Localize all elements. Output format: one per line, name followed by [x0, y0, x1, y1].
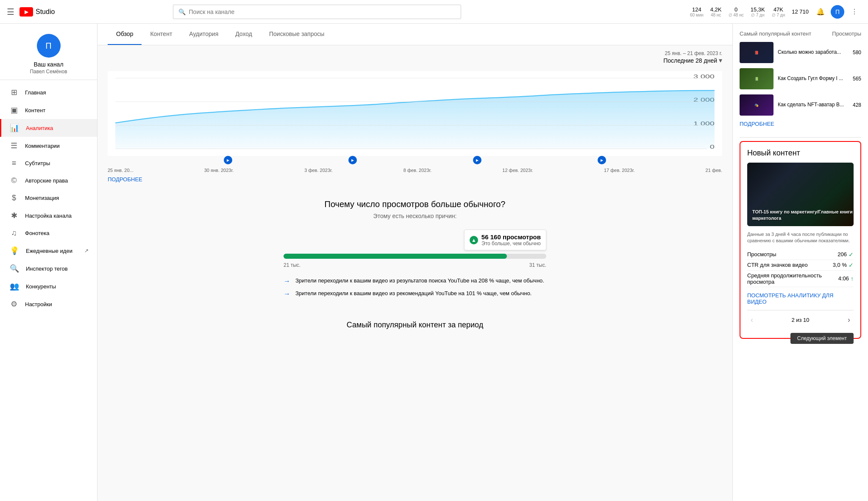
- sidebar-item-copyright[interactable]: © Авторские права: [0, 172, 97, 189]
- date-label: Последние 28 дней: [663, 57, 717, 64]
- sidebar-item-home[interactable]: ⊞ Главная: [0, 83, 97, 101]
- callout-note: Это больше, чем обычно: [481, 241, 541, 246]
- metric-check-icon-1: ✓: [849, 262, 854, 268]
- sidebar-item-content[interactable]: ▣ Контент: [0, 101, 97, 119]
- content-title-2: Как сделать NFT-аватар В...: [778, 102, 849, 108]
- metric-value-0: 206 ✓: [837, 251, 854, 258]
- sidebar-item-analytics[interactable]: 📊 Аналитика: [0, 119, 97, 137]
- notifications-icon[interactable]: 🔔: [814, 5, 827, 19]
- video-thumb-inner: ТОП-15 книгу по маркетингу/Главные книги…: [747, 163, 854, 226]
- sidebar-item-daily-ideas[interactable]: 💡 Ежедневные идеи ↗: [0, 242, 97, 260]
- content-info-0: Сколько можно заработa...: [778, 49, 849, 56]
- video-thumb[interactable]: ТОП-15 книгу по маркетингу/Главные книги…: [747, 163, 854, 226]
- views-col-header: Просмотры: [832, 30, 861, 37]
- sidebar-label-subtitles: Субтитры: [25, 160, 50, 166]
- date-dropdown[interactable]: Последние 28 дней ▾: [663, 56, 722, 64]
- stat-views: 124 60 мин: [690, 6, 704, 17]
- prev-page-button[interactable]: ‹: [747, 314, 757, 326]
- metric-row-0: Просмотры 206 ✓: [747, 249, 854, 260]
- next-page-button[interactable]: ›: [844, 314, 854, 326]
- popular-item-0: 📕 Сколько можно заработa... 580: [740, 42, 861, 63]
- sidebar-item-monetization[interactable]: $ Монетизация: [0, 189, 97, 207]
- chart-section: 3 000 2 000 1 000 0: [97, 64, 732, 193]
- bullet-text-0: Зрители переходили к вашим видео из резу…: [295, 277, 544, 284]
- external-icon: ↗: [84, 248, 89, 254]
- content-area: Обзор Контент Аудитория Доход Поисковые …: [97, 24, 732, 501]
- tab-income[interactable]: Доход: [227, 24, 261, 45]
- tab-overview[interactable]: Обзор: [108, 24, 142, 45]
- stat-label-0: 60 мин: [690, 13, 704, 17]
- avatar[interactable]: П: [831, 5, 844, 19]
- tabs-header: Обзор Контент Аудитория Доход Поисковые …: [97, 24, 732, 45]
- callout: ▲ 56 160 просмотров Это больше, чем обыч…: [284, 230, 546, 250]
- bullet-arrow-icon-0: →: [284, 277, 290, 285]
- popular-item-2: 🎭 Как сделать NFT-аватар В... 428: [740, 94, 861, 116]
- sidebar-item-settings[interactable]: ⚙ Настройки: [0, 295, 97, 313]
- sidebar-item-tag-inspector[interactable]: 🔍 Инспектор тегов: [0, 260, 97, 277]
- channel-sub: Павел Семёнов: [7, 69, 90, 75]
- top-bar-right: 124 60 мин 4,2K 48 нс 0 ∅ 48 нс 15,3K ∅ …: [690, 5, 861, 19]
- play-marker-2[interactable]: ▶: [348, 156, 357, 164]
- youtube-icon: [19, 7, 33, 17]
- new-content-title: Новый контент: [747, 149, 854, 158]
- progress-labels: 21 тыс. 31 тыс.: [284, 262, 546, 268]
- metric-row-1: CTR для значков видео 3,0 % ✓: [747, 260, 854, 271]
- panel-podrobnee-link[interactable]: ПОДРОБНЕЕ: [740, 121, 774, 127]
- sidebar-item-channel-settings[interactable]: ✱ Настройка канала: [0, 207, 97, 224]
- tab-search-queries[interactable]: Поисковые запросы: [261, 24, 333, 45]
- content-title-1: Как Создать Гугл Форму I ...: [778, 75, 849, 82]
- tab-content[interactable]: Контент: [142, 24, 181, 45]
- content-views-2: 428: [853, 102, 861, 108]
- callout-text: 56 160 просмотров Это больше, чем обычно: [481, 233, 541, 246]
- stat-value-0: 124: [692, 6, 701, 13]
- stat-label-3: ∅ 7 дн: [751, 13, 764, 17]
- search-input[interactable]: [189, 8, 456, 15]
- insight-bullet-0: → Зрители переходили к вашим видео из ре…: [284, 275, 546, 288]
- settings-icon: ⚙: [10, 299, 18, 309]
- insight-title: Почему число просмотров больше обычного?: [108, 199, 722, 209]
- x-label-0: 25 янв. 20...: [108, 168, 134, 173]
- sidebar-item-comments[interactable]: ☰ Комментарии: [0, 137, 97, 155]
- x-label-5: 17 фев. 2023г.: [604, 168, 635, 173]
- sidebar-label-home: Главная: [25, 89, 46, 96]
- top-bar-left: ☰ Studio: [7, 7, 55, 17]
- hamburger-menu[interactable]: ☰: [7, 7, 14, 17]
- play-marker-1[interactable]: ▶: [224, 156, 232, 164]
- tab-audience[interactable]: Аудитория: [181, 24, 227, 45]
- play-marker-4[interactable]: ▶: [598, 156, 606, 164]
- stat-subs: 47K ∅ 7 дн: [772, 6, 785, 17]
- chart-podrobnee-link[interactable]: ПОДРОБНЕЕ: [108, 173, 142, 186]
- analytics-link[interactable]: ПОСМОТРЕТЬ АНАЛИТИКУ ДЛЯ ВИДЕО: [747, 292, 854, 305]
- play-marker-3[interactable]: ▶: [473, 156, 481, 164]
- popular-period-title: Самый популярный контент за период: [97, 321, 732, 329]
- comments-icon: ☰: [10, 141, 18, 150]
- stat-value-2: 0: [734, 6, 737, 13]
- sidebar-label-monetization: Монетизация: [25, 195, 59, 201]
- metric-row-2: Средняя продолжительность просмотра 4:06…: [747, 271, 854, 287]
- progress-bar: [284, 254, 546, 259]
- new-content-panel: Новый контент ТОП-15 книгу по маркетингу…: [740, 141, 861, 339]
- search-bar[interactable]: 🔍: [173, 5, 461, 19]
- sidebar-item-competitors[interactable]: 👥 Конкуренты: [0, 277, 97, 295]
- menu-icon[interactable]: ⋮: [848, 5, 861, 19]
- callout-box: ▲ 56 160 просмотров Это больше, чем обыч…: [464, 230, 546, 250]
- sidebar-item-subtitles[interactable]: ≡ Субтитры: [0, 155, 97, 172]
- sidebar-item-library[interactable]: ♫ Фонотека: [0, 224, 97, 242]
- sidebar-label-competitors: Конкуренты: [26, 283, 56, 290]
- play-markers: ▶ ▶ ▶ ▶: [108, 156, 722, 166]
- popular-content-section: Самый популярный контент Просмотры 📕 Ско…: [740, 30, 861, 127]
- callout-views: 56 160 просмотров: [481, 233, 541, 241]
- content-info-2: Как сделать NFT-аватар В...: [778, 102, 849, 108]
- bullet-text-1: Зрители переходили к вашим видео из реко…: [295, 290, 531, 296]
- content-views-1: 565: [853, 76, 861, 82]
- layout: П Ваш канал Павел Семёнов ⊞ Главная ▣ Ко…: [0, 0, 868, 501]
- stat-value-4: 47K: [773, 6, 783, 13]
- next-element-button[interactable]: Следующий элемент: [790, 333, 854, 344]
- stats-bar: 124 60 мин 4,2K 48 нс 0 ∅ 48 нс 15,3K ∅ …: [690, 6, 809, 17]
- video-thumb-text: ТОП-15 книгу по маркетингу/Главные книги…: [752, 209, 854, 221]
- panel-header: Самый популярный контент Просмотры: [740, 30, 861, 37]
- stat-label-2: ∅ 48 нс: [729, 13, 744, 17]
- x-label-2: 3 фев. 2023г.: [304, 168, 333, 173]
- sidebar-label-copyright: Авторские права: [25, 177, 68, 184]
- popular-content-header: Самый популярный контент: [740, 30, 811, 37]
